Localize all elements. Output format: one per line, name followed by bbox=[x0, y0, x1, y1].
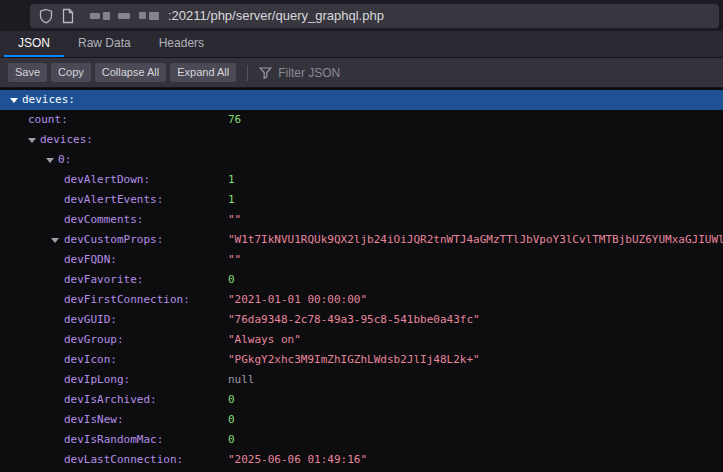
viewer-tabbar: JSON Raw Data Headers bbox=[0, 31, 723, 58]
copy-button[interactable]: Copy bbox=[51, 63, 91, 82]
json-row[interactable]: count 76 bbox=[0, 110, 723, 130]
tab-json[interactable]: JSON bbox=[4, 31, 64, 57]
json-value: null bbox=[228, 370, 255, 390]
json-row[interactable]: devFirstConnection "2021-01-01 00:00:00" bbox=[0, 290, 723, 310]
json-key: devFavorite bbox=[64, 270, 143, 290]
json-value: "Always on" bbox=[228, 330, 301, 350]
json-key: devIsRandomMac bbox=[64, 430, 163, 450]
json-row[interactable]: devIsNew 0 bbox=[0, 410, 723, 430]
json-row[interactable]: devFavorite 0 bbox=[0, 270, 723, 290]
url-text: :20211/php/server/query_graphql.php bbox=[168, 8, 384, 23]
json-key: devFirstConnection bbox=[64, 290, 190, 310]
json-value: "76da9348-2c78-49a3-95c8-541bbe0a43fc" bbox=[228, 310, 480, 330]
json-key: devAlertEvents bbox=[64, 190, 163, 210]
save-button[interactable]: Save bbox=[8, 63, 47, 82]
json-row[interactable]: devIcon "PGkgY2xhc3M9ImZhIGZhLWdsb2JlIj4… bbox=[0, 350, 723, 370]
json-key: devIcon bbox=[64, 350, 117, 370]
site-info-icon[interactable] bbox=[61, 8, 75, 24]
json-row[interactable]: 0 bbox=[0, 150, 723, 170]
tab-raw-data[interactable]: Raw Data bbox=[64, 31, 145, 57]
json-value: 0 bbox=[228, 410, 235, 430]
filter-icon bbox=[259, 67, 272, 79]
json-key: devFQDN bbox=[64, 250, 117, 270]
json-key: devIsArchived bbox=[64, 390, 157, 410]
url-bar[interactable]: :20211/php/server/query_graphql.php bbox=[30, 4, 719, 28]
json-key: devComments bbox=[64, 210, 143, 230]
json-key: devAlertDown bbox=[64, 170, 150, 190]
json-row[interactable]: devAlertDown 1 bbox=[0, 170, 723, 190]
json-key: devCustomProps bbox=[64, 230, 163, 250]
json-row[interactable]: devLastConnection "2025-06-06 01:49:16" bbox=[0, 450, 723, 470]
json-value: 0 bbox=[228, 390, 235, 410]
json-row[interactable]: devices bbox=[0, 90, 723, 110]
browser-chrome: :20211/php/server/query_graphql.php bbox=[0, 0, 723, 31]
twisty-icon[interactable] bbox=[51, 238, 59, 243]
json-value: "PGkgY2xhc3M9ImZhIGZhLWdsb2JlIj48L2k+" bbox=[228, 350, 480, 370]
json-value: 1 bbox=[228, 190, 235, 210]
json-row[interactable]: devCustomProps "W1t7IkNVU1RQUk9QX2ljb24i… bbox=[0, 230, 723, 250]
filter-placeholder: Filter JSON bbox=[278, 66, 340, 80]
json-row[interactable]: devAlertEvents 1 bbox=[0, 190, 723, 210]
json-key: count bbox=[28, 110, 68, 130]
json-value: "2025-06-06 01:49:16" bbox=[228, 450, 367, 470]
json-value: "2021-01-01 00:00:00" bbox=[228, 290, 367, 310]
json-key: devGroup bbox=[64, 330, 124, 350]
shield-icon[interactable] bbox=[38, 8, 54, 24]
json-key: devices bbox=[40, 130, 93, 150]
twisty-icon[interactable] bbox=[46, 158, 54, 163]
json-row[interactable]: devGUID "76da9348-2c78-49a3-95c8-541bbe0… bbox=[0, 310, 723, 330]
json-value: 0 bbox=[228, 270, 235, 290]
json-value: "W1t7IkNVU1RQUk9QX2ljb24iOiJQR2tnWTJ4aGM… bbox=[228, 230, 723, 250]
json-value: 1 bbox=[228, 170, 235, 190]
json-row[interactable]: devGroup "Always on" bbox=[0, 330, 723, 350]
expand-all-button[interactable]: Expand All bbox=[170, 63, 236, 82]
json-key: devIsNew bbox=[64, 410, 124, 430]
json-row[interactable]: devIpLong null bbox=[0, 370, 723, 390]
tab-headers[interactable]: Headers bbox=[145, 31, 218, 57]
json-toolbar: Save Copy Collapse All Expand All Filter… bbox=[0, 58, 723, 88]
json-row[interactable]: devFQDN "" bbox=[0, 250, 723, 270]
toolbar-divider bbox=[247, 65, 248, 81]
browser-window: :20211/php/server/query_graphql.php JSON… bbox=[0, 0, 723, 472]
json-row[interactable]: devComments "" bbox=[0, 210, 723, 230]
json-row[interactable]: devices bbox=[0, 130, 723, 150]
json-key: 0 bbox=[58, 150, 71, 170]
json-tree: devices count 76 devices 0 devAlertDown … bbox=[0, 88, 723, 472]
json-value: 76 bbox=[228, 110, 241, 130]
redacted-host-blocks bbox=[90, 12, 159, 20]
collapse-all-button[interactable]: Collapse All bbox=[95, 63, 166, 82]
json-value: "" bbox=[228, 210, 241, 230]
twisty-icon[interactable] bbox=[28, 138, 36, 143]
json-row[interactable]: devIsArchived 0 bbox=[0, 390, 723, 410]
json-key: devices bbox=[22, 90, 75, 110]
json-row[interactable]: devIsRandomMac 0 bbox=[0, 430, 723, 450]
json-value: "" bbox=[228, 250, 241, 270]
twisty-icon[interactable] bbox=[10, 98, 18, 103]
json-key: devGUID bbox=[64, 310, 117, 330]
json-key: devLastConnection bbox=[64, 450, 183, 470]
filter-json-input[interactable]: Filter JSON bbox=[259, 66, 340, 80]
json-key: devIpLong bbox=[64, 370, 130, 390]
json-value: 0 bbox=[228, 430, 235, 450]
